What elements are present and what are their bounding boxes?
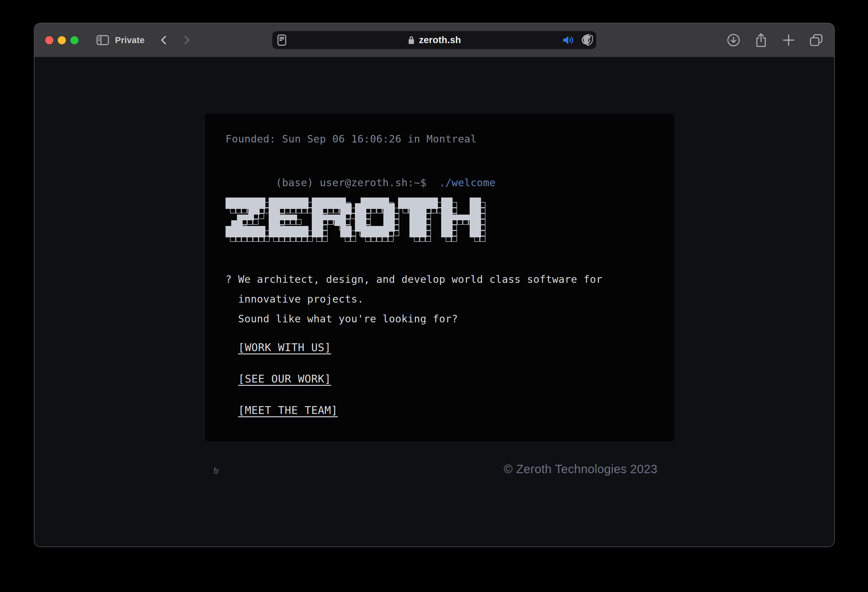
browser-titlebar: Private [34, 24, 834, 57]
mute-audio-icon[interactable] [562, 35, 574, 45]
private-browsing-badge: Private [115, 35, 145, 45]
url-text: zeroth.sh [419, 35, 461, 46]
logo-letter-h [441, 197, 481, 237]
logo-letter-t [398, 197, 438, 237]
window-controls [45, 36, 78, 44]
shell-command: ./welcome [439, 177, 496, 188]
share-button[interactable] [754, 33, 768, 47]
zeroth-logo [226, 197, 481, 237]
shell-prompt: (base) user@zeroth.sh:~$ [276, 177, 427, 188]
new-tab-button[interactable] [781, 33, 796, 47]
address-bar[interactable]: zeroth.sh [272, 31, 596, 49]
reader-mode-icon[interactable] [277, 34, 286, 46]
see-our-work-link[interactable]: [SEE OUR WORK] [238, 373, 331, 385]
terminal-panel: Founded: Sun Sep 06 16:06:26 in Montreal… [205, 114, 674, 442]
page-content: Founded: Sun Sep 06 16:06:26 in Montreal… [34, 57, 834, 547]
close-window-button[interactable] [45, 36, 53, 44]
founded-line: Founded: Sun Sep 06 16:06:26 in Montreal [226, 133, 477, 145]
logo-letter-e [269, 197, 309, 237]
shell-prompt-line: (base) user@zeroth.sh:~$./welcome [226, 165, 496, 200]
forward-button[interactable] [181, 34, 192, 46]
zoom-window-button[interactable] [70, 36, 78, 44]
sidebar-toggle-icon[interactable] [96, 35, 109, 45]
meet-the-team-link[interactable]: [MEET THE TEAM] [238, 404, 338, 416]
lock-icon [407, 35, 415, 45]
logo-letter-r [312, 197, 351, 237]
privacy-shield-icon[interactable] [583, 34, 593, 46]
back-button[interactable] [158, 34, 169, 46]
logo-letter-z [226, 197, 266, 237]
language-toggle[interactable]: fr [214, 466, 219, 476]
minimize-window-button[interactable] [58, 36, 66, 44]
url-display: zeroth.sh [407, 35, 461, 46]
intro-paragraph: ? We architect, design, and develop worl… [226, 269, 602, 328]
tab-overview-button[interactable] [809, 33, 824, 47]
copyright-text: © Zeroth Technologies 2023 [504, 462, 657, 476]
work-with-us-link[interactable]: [WORK WITH US] [238, 341, 331, 353]
browser-window: Private [34, 23, 835, 547]
toolbar-right-icons [726, 33, 824, 47]
downloads-button[interactable] [726, 33, 741, 47]
logo-letter-o [355, 197, 395, 237]
